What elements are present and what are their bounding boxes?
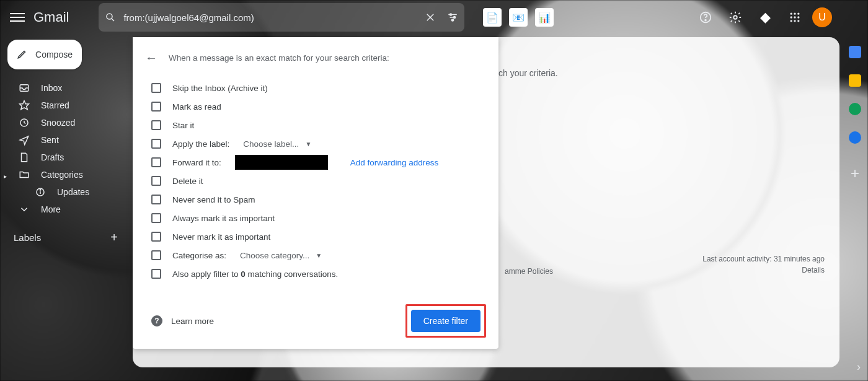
labels-title: Labels: [14, 232, 41, 243]
dropdown-value: Choose label...: [243, 139, 299, 149]
dialog-header: ← When a message is an exact match for y…: [145, 51, 486, 65]
menu-icon[interactable]: [10, 10, 25, 25]
footer-policies-link[interactable]: amme Policies: [505, 267, 553, 276]
activity-text: Last account activity: 31 minutes ago: [702, 253, 825, 265]
checkbox[interactable]: [151, 120, 161, 130]
nav-label: Inbox: [41, 83, 62, 93]
nav-label: Sent: [41, 135, 59, 145]
svg-point-15: [797, 13, 799, 15]
apps-grid-icon[interactable]: [782, 5, 807, 30]
file-icon: [19, 152, 30, 163]
settings-icon[interactable]: [723, 5, 748, 30]
gmail-logo[interactable]: Gmail: [30, 9, 69, 26]
nav-label: Drafts: [41, 152, 64, 162]
sidebar-item-categories[interactable]: ▸ Categories: [5, 166, 129, 183]
option-always-important[interactable]: Always mark it as important: [145, 209, 486, 227]
text: matching conversations.: [246, 269, 338, 279]
chevron-down-icon: [19, 204, 30, 215]
sidebar-item-inbox[interactable]: Inbox: [5, 79, 129, 97]
nav-label: Categories: [41, 170, 83, 180]
sidebar-item-updates[interactable]: Updates: [5, 183, 129, 201]
expand-caret-icon[interactable]: ▸: [4, 173, 7, 180]
sidebar-item-sent[interactable]: Sent: [5, 131, 129, 149]
clock-icon: [19, 117, 30, 128]
calendar-addon-icon[interactable]: [849, 46, 861, 58]
help-icon[interactable]: ?: [151, 315, 162, 326]
clear-search-icon[interactable]: [425, 12, 436, 23]
sidebar-item-starred[interactable]: Starred: [5, 97, 129, 114]
svg-point-7: [450, 14, 452, 15]
compose-button[interactable]: Compose: [7, 40, 82, 69]
nav-label: Snoozed: [41, 118, 75, 128]
option-categorise[interactable]: Categorise as: Choose category... ▼: [145, 246, 486, 265]
inbox-icon: [19, 82, 30, 94]
labels-section-header: Labels +: [5, 218, 129, 245]
send-icon: [19, 134, 30, 146]
sidebar-item-more[interactable]: More: [5, 201, 129, 218]
option-label: Apply the label:: [172, 139, 229, 149]
checkbox[interactable]: [151, 83, 161, 93]
search-icon: [105, 12, 116, 23]
notifications-icon[interactable]: ◆: [753, 5, 777, 30]
account-avatar[interactable]: U: [812, 7, 832, 27]
addon-2-icon[interactable]: 📧: [509, 8, 528, 27]
sidebar-item-drafts[interactable]: Drafts: [5, 149, 129, 166]
checkbox[interactable]: [151, 195, 161, 204]
forward-address-field[interactable]: [235, 155, 328, 170]
addon-3-icon[interactable]: 📊: [535, 8, 554, 27]
option-forward[interactable]: Forward it to: Add forwarding address: [145, 153, 486, 172]
option-label: Mark as read: [172, 102, 221, 112]
option-mark-read[interactable]: Mark as read: [145, 97, 486, 116]
chevron-down-icon: ▼: [305, 141, 311, 147]
checkbox[interactable]: [151, 176, 161, 186]
back-arrow-icon[interactable]: ←: [145, 51, 157, 65]
sidebar-item-snoozed[interactable]: Snoozed: [5, 114, 129, 131]
support-icon[interactable]: [693, 5, 718, 30]
get-addons-icon[interactable]: +: [851, 165, 859, 182]
checkbox[interactable]: [151, 157, 161, 167]
footer-activity: Last account activity: 31 minutes ago De…: [702, 253, 825, 276]
nav-label: More: [41, 204, 61, 214]
search-options-icon[interactable]: [447, 12, 458, 23]
highlight-annotation: Create filter: [405, 304, 486, 338]
svg-point-19: [790, 20, 792, 22]
chevron-down-icon: ▼: [316, 252, 322, 259]
collapse-panel-icon[interactable]: ›: [857, 361, 861, 374]
option-delete[interactable]: Delete it: [145, 172, 486, 190]
add-forwarding-link[interactable]: Add forwarding address: [350, 158, 439, 167]
option-label: Never mark it as important: [172, 232, 270, 242]
folder-icon: [19, 169, 30, 180]
option-also-apply[interactable]: Also apply filter to 0 matching conversa…: [145, 265, 486, 283]
side-panel: + ›: [842, 35, 868, 381]
brand-text: Gmail: [33, 9, 69, 25]
details-link[interactable]: Details: [702, 265, 825, 276]
option-star[interactable]: Star it: [145, 116, 486, 134]
svg-point-14: [794, 13, 795, 15]
dialog-footer: ? Learn more Create filter: [145, 304, 486, 338]
learn-more-link[interactable]: Learn more: [171, 317, 214, 326]
empty-criteria-text: ch your criteria.: [498, 68, 558, 78]
option-skip-inbox[interactable]: Skip the Inbox (Archive it): [145, 79, 486, 97]
checkbox[interactable]: [151, 213, 161, 223]
add-label-icon[interactable]: +: [110, 230, 118, 245]
option-never-spam[interactable]: Never send it to Spam: [145, 190, 486, 209]
option-apply-label[interactable]: Apply the label: Choose label... ▼: [145, 134, 486, 153]
checkbox[interactable]: [151, 269, 161, 279]
search-bar[interactable]: from:(ujjwalgoel64@gmail.com): [99, 3, 464, 32]
svg-point-18: [797, 16, 799, 18]
svg-point-21: [797, 20, 799, 22]
checkbox[interactable]: [151, 102, 161, 112]
label-dropdown[interactable]: Choose label... ▼: [243, 139, 311, 149]
keep-addon-icon[interactable]: [849, 74, 861, 87]
option-label: Also apply filter to 0 matching conversa…: [172, 269, 338, 279]
category-dropdown[interactable]: Choose category... ▼: [240, 251, 322, 260]
nav-sidebar: Compose Inbox Starred Snoozed Sent Draft…: [5, 37, 129, 245]
create-filter-button[interactable]: Create filter: [411, 310, 480, 332]
checkbox[interactable]: [151, 139, 161, 149]
option-never-important[interactable]: Never mark it as important: [145, 227, 486, 246]
addon-1-icon[interactable]: 📄: [483, 8, 502, 27]
tasks-addon-icon[interactable]: [849, 103, 861, 115]
checkbox[interactable]: [151, 250, 161, 260]
checkbox[interactable]: [151, 232, 161, 242]
contacts-addon-icon[interactable]: [849, 131, 861, 144]
